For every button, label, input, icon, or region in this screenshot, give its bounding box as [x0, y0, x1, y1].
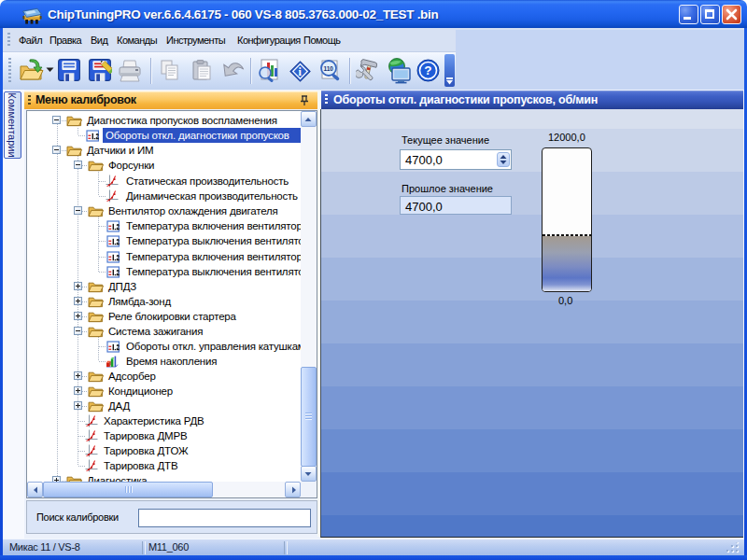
svg-text:?: ? — [424, 63, 431, 77]
svg-text:110: 110 — [324, 65, 334, 72]
